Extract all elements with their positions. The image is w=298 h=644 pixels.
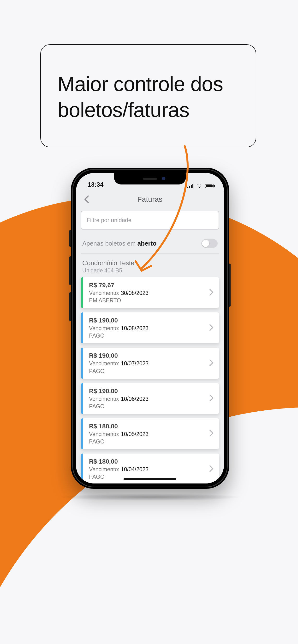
phone-mock: 13:34 Faturas [71,168,229,489]
filter-placeholder: Filtre por unidade [87,217,131,224]
invoice-amount: R$ 180,00 [89,422,148,430]
invoice-card-body: R$ 190,00Vencimento: 10/07/2023PAGO [83,348,219,378]
invoice-card[interactable]: R$ 190,00Vencimento: 10/08/2023PAGO [81,312,219,343]
invoice-due-date: 30/08/2023 [121,290,148,296]
promo-headline: Maior controle dos boletos/faturas [58,71,239,123]
invoice-due-date: 10/08/2023 [121,325,148,331]
chevron-right-icon [209,324,216,332]
chevron-right-icon [209,394,216,403]
invoice-due: Vencimento: 10/06/2023 [89,395,148,403]
invoice-due: Vencimento: 10/05/2023 [89,430,148,438]
invoice-text: R$ 180,00Vencimento: 10/05/2023PAGO [89,422,148,446]
invoice-amount: R$ 190,00 [89,316,148,325]
open-only-toggle-row: Apenas boletos em aberto [81,237,219,254]
toggle-label-prefix: Apenas boletos em [82,240,137,247]
home-indicator [123,478,176,480]
invoice-due: Vencimento: 30/08/2023 [89,290,148,297]
battery-icon [205,184,215,188]
invoice-due-label: Vencimento: [89,466,121,472]
invoice-status: EM ABERTO [89,297,148,304]
open-only-toggle-label: Apenas boletos em aberto [82,240,157,247]
svg-rect-1 [189,186,190,188]
svg-rect-3 [192,184,193,188]
invoice-due-date: 10/05/2023 [121,431,148,437]
invoice-status: PAGO [89,403,148,410]
invoice-amount: R$ 79,67 [89,281,148,290]
invoice-card[interactable]: R$ 190,00Vencimento: 10/07/2023PAGO [81,348,219,378]
invoice-due: Vencimento: 10/04/2023 [89,466,148,473]
invoice-card[interactable]: R$ 79,67Vencimento: 30/08/2023EM ABERTO [81,277,219,308]
chevron-right-icon [209,429,216,438]
wifi-icon [196,184,203,188]
section-header: Condomínio Teste Unidade 404-B5 [81,260,219,274]
unit-name: Unidade 404-B5 [82,268,219,274]
invoice-due: Vencimento: 10/08/2023 [89,325,148,332]
invoice-list: R$ 79,67Vencimento: 30/08/2023EM ABERTOR… [81,277,219,484]
chevron-right-icon [209,288,216,297]
toggle-label-bold: aberto [137,240,157,247]
page-title: Faturas [137,195,163,204]
phone-notch [114,173,186,184]
invoice-card-body: R$ 190,00Vencimento: 10/06/2023PAGO [83,383,219,414]
status-stripe [81,418,83,449]
invoice-card[interactable]: R$ 190,00Vencimento: 10/06/2023PAGO [81,383,219,414]
invoice-text: R$ 79,67Vencimento: 30/08/2023EM ABERTO [89,281,148,304]
invoice-due-date: 10/04/2023 [121,466,148,472]
condo-name: Condomínio Teste [82,260,219,267]
chevron-right-icon [209,359,216,368]
status-stripe [81,348,83,378]
promo-card: Maior controle dos boletos/faturas [40,44,256,147]
invoice-card-body: R$ 190,00Vencimento: 10/08/2023PAGO [83,312,219,343]
invoice-due-label: Vencimento: [89,290,121,296]
invoice-due-label: Vencimento: [89,431,121,437]
invoice-amount: R$ 190,00 [89,352,148,360]
invoice-due: Vencimento: 10/07/2023 [89,360,148,367]
svg-rect-6 [214,185,215,187]
invoice-card-body: R$ 180,00Vencimento: 10/05/2023PAGO [83,418,219,449]
svg-rect-0 [187,187,188,188]
svg-rect-2 [191,185,192,188]
invoice-due-date: 10/07/2023 [121,360,148,366]
invoice-due-label: Vencimento: [89,396,121,402]
invoice-amount: R$ 180,00 [89,457,148,466]
status-time: 13:34 [88,181,104,188]
invoice-text: R$ 190,00Vencimento: 10/08/2023PAGO [89,316,148,340]
invoice-card-body: R$ 79,67Vencimento: 30/08/2023EM ABERTO [83,277,219,308]
invoice-card[interactable]: R$ 180,00Vencimento: 10/05/2023PAGO [81,418,219,449]
open-only-toggle[interactable] [201,239,218,248]
back-button[interactable] [82,194,92,204]
invoice-status: PAGO [89,332,148,340]
invoice-amount: R$ 190,00 [89,387,148,395]
chevron-right-icon [209,465,216,474]
cellular-icon [187,184,194,188]
filter-input[interactable]: Filtre por unidade [81,211,219,230]
invoice-due-date: 10/06/2023 [121,396,148,402]
invoice-status: PAGO [89,368,148,375]
phone-shadow [58,494,242,501]
invoice-due-label: Vencimento: [89,325,121,331]
nav-bar: Faturas [76,190,224,209]
svg-rect-5 [206,184,213,187]
status-stripe [81,277,83,308]
status-stripe [81,312,83,343]
invoice-text: R$ 180,00Vencimento: 10/04/2023PAGO [89,457,148,480]
invoice-text: R$ 190,00Vencimento: 10/06/2023PAGO [89,387,148,410]
invoice-due-label: Vencimento: [89,360,121,366]
invoice-text: R$ 190,00Vencimento: 10/07/2023PAGO [89,352,148,375]
status-stripe [81,383,83,414]
invoice-status: PAGO [89,438,148,446]
